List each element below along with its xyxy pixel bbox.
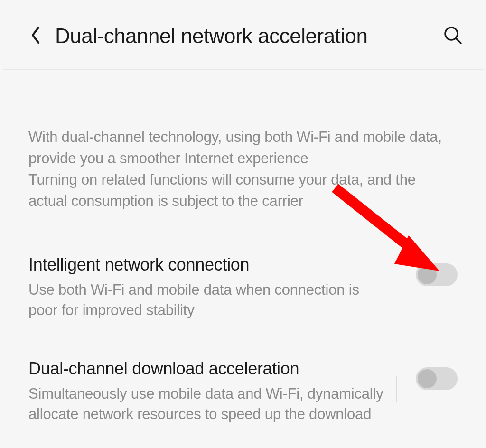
toggle-intelligent-network[interactable] — [416, 263, 458, 286]
divider — [396, 376, 397, 402]
intro-line-2: Turning on related functions will consum… — [28, 171, 416, 209]
toggle-knob — [418, 369, 437, 388]
intro-text: With dual-channel technology, using both… — [28, 127, 458, 212]
header-bar: Dual-channel network acceleration — [3, 3, 483, 70]
intro-line-1: With dual-channel technology, using both… — [28, 129, 442, 167]
content-area: With dual-channel technology, using both… — [3, 70, 483, 424]
setting-title: Intelligent network connection — [28, 255, 397, 275]
svg-line-1 — [456, 38, 461, 43]
back-button[interactable] — [27, 27, 46, 46]
setting-text: Dual-channel download acceleration Simul… — [28, 359, 397, 425]
setting-desc: Use both Wi-Fi and mobile data when conn… — [28, 280, 389, 321]
page-title: Dual-channel network acceleration — [55, 24, 441, 48]
search-icon — [443, 26, 462, 47]
setting-intelligent-network[interactable]: Intelligent network connection Use both … — [28, 255, 458, 321]
setting-desc: Simultaneously use mobile data and Wi-Fi… — [28, 383, 389, 425]
setting-title: Dual-channel download acceleration — [28, 359, 397, 379]
chevron-left-icon — [30, 26, 42, 47]
setting-text: Intelligent network connection Use both … — [28, 255, 397, 321]
setting-dual-channel-download[interactable]: Dual-channel download acceleration Simul… — [28, 359, 458, 425]
toggle-dual-channel-download[interactable] — [416, 367, 458, 390]
search-button[interactable] — [441, 25, 464, 47]
toggle-knob — [418, 265, 437, 284]
